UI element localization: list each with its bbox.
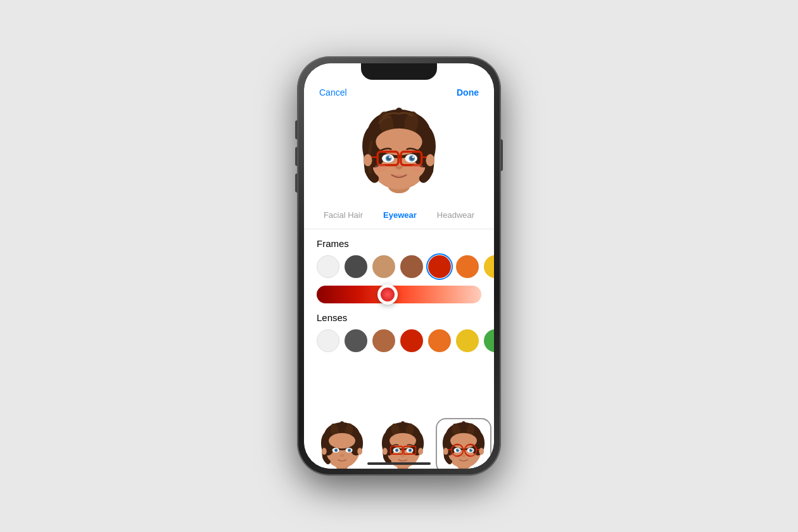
tab-bar: Facial Hair Eyewear Headwear	[304, 204, 494, 229]
svg-point-60	[396, 449, 398, 451]
preview-no-glasses[interactable]	[314, 418, 370, 469]
svg-point-25	[411, 164, 423, 172]
svg-point-89	[450, 453, 457, 458]
avatar-area	[304, 103, 494, 204]
lenses-color-green[interactable]	[484, 329, 494, 352]
svg-point-44	[322, 448, 327, 455]
notch	[361, 63, 437, 80]
svg-point-92	[443, 448, 448, 455]
frames-slider-track[interactable]	[317, 286, 481, 303]
frames-slider-container	[317, 286, 481, 303]
svg-point-34	[338, 421, 345, 435]
screen: Cancel Done	[304, 63, 494, 469]
svg-point-63	[409, 449, 411, 451]
frames-section: Frames	[317, 238, 481, 303]
lenses-color-dark-gray[interactable]	[345, 329, 367, 352]
frames-slider-thumb[interactable]	[377, 284, 398, 305]
preview-row	[304, 413, 494, 469]
frames-color-orange[interactable]	[456, 255, 479, 278]
svg-point-75	[450, 433, 477, 448]
svg-point-43	[340, 454, 345, 457]
phone-device: Cancel Done	[298, 57, 500, 475]
svg-point-65	[383, 448, 388, 455]
svg-point-64	[401, 454, 405, 457]
svg-point-88	[471, 449, 472, 450]
phone-inner: Cancel Done	[304, 63, 494, 469]
tab-facial-hair[interactable]: Facial Hair	[314, 208, 373, 222]
svg-point-22	[412, 156, 414, 158]
frames-color-tan[interactable]	[372, 255, 395, 278]
svg-point-90	[471, 453, 478, 458]
preview-round-glasses[interactable]	[436, 418, 491, 469]
tab-eyewear[interactable]: Eyewear	[373, 208, 427, 222]
content-area: Frames	[304, 229, 494, 413]
frames-color-yellow[interactable]	[484, 255, 494, 278]
svg-point-36	[329, 433, 355, 448]
svg-point-24	[374, 164, 386, 172]
lenses-label: Lenses	[317, 312, 481, 323]
frames-label: Frames	[317, 238, 481, 249]
cancel-button[interactable]: Cancel	[319, 87, 347, 98]
screen-content: Cancel Done	[304, 63, 494, 469]
svg-point-39	[335, 449, 337, 451]
frames-color-dark-gray[interactable]	[345, 255, 367, 278]
lenses-color-yellow[interactable]	[456, 329, 479, 352]
lenses-color-orange[interactable]	[428, 329, 451, 352]
svg-point-66	[418, 448, 423, 455]
home-indicator	[367, 462, 431, 465]
svg-point-23	[395, 165, 403, 170]
svg-point-84	[458, 449, 459, 450]
svg-point-42	[348, 449, 350, 451]
done-button[interactable]: Done	[457, 87, 479, 98]
frames-color-row	[317, 255, 481, 278]
preview-square-glasses[interactable]	[375, 418, 431, 469]
frames-color-white[interactable]	[317, 255, 339, 278]
svg-point-18	[389, 156, 391, 158]
svg-point-52	[399, 421, 406, 435]
svg-point-26	[364, 154, 372, 166]
memoji-avatar	[358, 106, 440, 195]
lenses-color-brown[interactable]	[372, 329, 395, 352]
lenses-color-row	[317, 329, 481, 352]
svg-point-73	[460, 421, 467, 435]
tab-headwear[interactable]: Headwear	[427, 208, 484, 222]
lenses-color-red[interactable]	[400, 329, 423, 352]
svg-point-91	[462, 454, 466, 457]
svg-point-27	[426, 154, 434, 166]
lenses-section: Lenses	[317, 312, 481, 352]
frames-color-brown[interactable]	[400, 255, 423, 278]
svg-point-45	[357, 448, 362, 455]
header: Cancel Done	[304, 82, 494, 103]
frames-color-red[interactable]	[428, 255, 451, 278]
frames-slider-thumb-inner	[381, 288, 395, 301]
lenses-color-white[interactable]	[317, 329, 339, 352]
svg-point-93	[479, 448, 484, 455]
